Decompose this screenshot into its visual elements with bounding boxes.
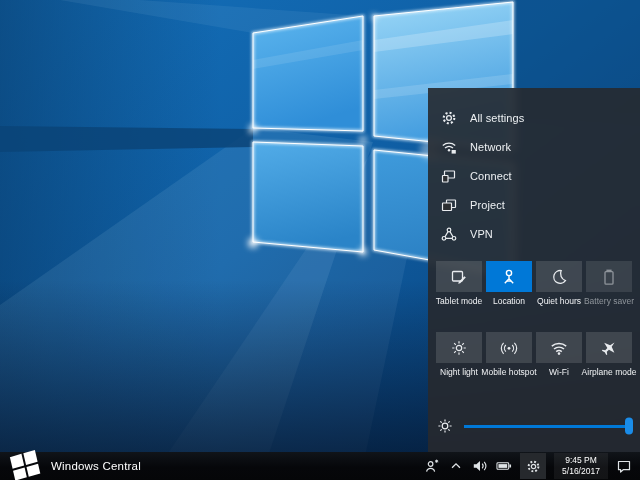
- tile-airplane-mode[interactable]: Airplane mode: [586, 332, 632, 377]
- tile-tablet-mode[interactable]: Tablet mode: [436, 261, 482, 306]
- project-icon: [441, 197, 457, 213]
- people-icon[interactable]: [424, 458, 440, 474]
- brand-text: Windows Central: [51, 460, 141, 472]
- brightness-slider[interactable]: [464, 425, 632, 428]
- wifi-icon: [536, 332, 582, 363]
- location-icon: [486, 261, 532, 292]
- tablet-mode-icon: [436, 261, 482, 292]
- airplane-mode-icon: [586, 332, 632, 363]
- quick-link-network[interactable]: Network: [428, 132, 640, 161]
- quick-link-label: Connect: [470, 170, 512, 182]
- quick-link-connect[interactable]: Connect: [428, 161, 640, 190]
- quick-link-all-settings[interactable]: All settings: [428, 103, 640, 132]
- taskbar-brand: Windows Central: [10, 452, 141, 480]
- quick-link-label: VPN: [470, 228, 493, 240]
- tile-mobile-hotspot[interactable]: Mobile hotspot: [486, 332, 532, 377]
- clock-time: 9:45 PM: [559, 455, 603, 466]
- quick-action-tiles: Tablet mode Location Quiet hours Battery…: [436, 261, 632, 377]
- brightness-sun-icon: [437, 418, 453, 434]
- mobile-hotspot-icon: [486, 332, 532, 363]
- battery-saver-icon: [586, 261, 632, 292]
- connect-icon: [441, 168, 457, 184]
- quick-links: All settings Network Connect Project: [428, 88, 640, 248]
- vpn-icon: [441, 226, 457, 242]
- taskbar-clock[interactable]: 9:45 PM 5/16/2017: [554, 453, 608, 480]
- taskbar: Windows Central 9:45 PM 5/16/2017: [0, 452, 640, 480]
- quick-settings-panel: All settings Network Connect Project: [428, 88, 640, 452]
- tile-wifi[interactable]: Wi-Fi: [536, 332, 582, 377]
- brightness-row: [437, 416, 632, 436]
- quick-link-vpn[interactable]: VPN: [428, 219, 640, 248]
- tile-night-light[interactable]: Night light: [436, 332, 482, 377]
- battery-icon[interactable]: [496, 458, 512, 474]
- tile-location[interactable]: Location: [486, 261, 532, 306]
- speaker-icon[interactable]: [472, 458, 488, 474]
- quick-link-label: Network: [470, 141, 511, 153]
- quick-link-project[interactable]: Project: [428, 190, 640, 219]
- brightness-fill: [464, 425, 632, 428]
- moon-icon: [536, 261, 582, 292]
- quick-link-label: All settings: [470, 112, 524, 124]
- system-tray: 9:45 PM 5/16/2017: [424, 452, 632, 480]
- tile-battery-saver[interactable]: Battery saver: [586, 261, 632, 306]
- desktop-screen: All settings Network Connect Project: [0, 0, 640, 480]
- night-light-icon: [436, 332, 482, 363]
- quick-link-label: Project: [470, 199, 505, 211]
- tile-quiet-hours[interactable]: Quiet hours: [536, 261, 582, 306]
- clock-date: 5/16/2017: [559, 466, 603, 477]
- windows-logo[interactable]: [10, 446, 42, 480]
- brightness-slider-thumb[interactable]: [625, 418, 633, 435]
- settings-gear-icon[interactable]: [520, 453, 546, 479]
- network-icon: [441, 139, 457, 155]
- chevron-up-icon[interactable]: [448, 458, 464, 474]
- gear-icon: [441, 110, 457, 126]
- action-center-icon[interactable]: [616, 458, 632, 474]
